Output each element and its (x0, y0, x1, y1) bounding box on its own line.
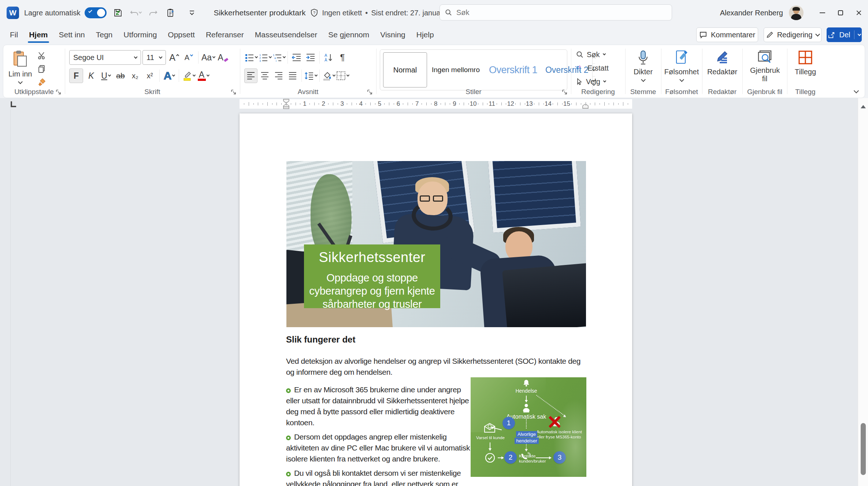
undo-button[interactable] (129, 7, 142, 19)
sensitivity-status[interactable]: ? Ingen etikett • Sist endret: 27. janua… (310, 8, 449, 17)
superscript-button[interactable]: x² (143, 68, 156, 83)
pencil-icon (766, 31, 774, 39)
change-case-button[interactable]: Aa (201, 50, 215, 65)
dialog-launcher-icon[interactable] (367, 89, 373, 95)
bullet-item: Du vil også bli kontaktet dersom vi ser … (286, 468, 471, 486)
justify-button[interactable] (286, 68, 299, 83)
font-color-button[interactable]: A (197, 68, 210, 83)
paste-special-button[interactable] (164, 7, 177, 19)
sensitivity-button[interactable]: Følsomhet (661, 45, 702, 88)
autosave-toggle[interactable] (85, 7, 107, 18)
tab-masseutsendelser[interactable]: Masseutsendelser (249, 26, 323, 44)
underline-button[interactable]: U (99, 68, 112, 83)
comments-button[interactable]: Kommentarer (696, 27, 758, 42)
arrow-right (498, 457, 503, 458)
tab-selector[interactable] (10, 100, 18, 108)
cut-button[interactable] (36, 50, 48, 61)
bullet-list-button[interactable] (244, 50, 257, 65)
text-effects-button[interactable]: A (163, 68, 176, 83)
multilevel-list-button[interactable]: 1ai (272, 50, 285, 65)
font-color-stack: A (198, 71, 206, 81)
paste-button[interactable]: Lim inn (8, 49, 32, 92)
document-canvas[interactable]: Sikkerhetssenter Oppdage og stoppe cyber… (0, 110, 858, 486)
tab-sett-inn[interactable]: Sett inn (53, 26, 90, 44)
user-avatar[interactable] (789, 5, 804, 20)
bold-button[interactable]: F (69, 68, 83, 83)
tab-hjem[interactable]: Hjem (23, 26, 53, 44)
style-normal[interactable]: Normal (383, 52, 427, 87)
tab-referanser[interactable]: Referanser (200, 26, 249, 44)
style-no-spacing[interactable]: Ingen mellomro (427, 66, 485, 74)
close-button[interactable] (850, 4, 868, 22)
svg-text:Å: Å (324, 58, 327, 62)
search-input[interactable] (456, 8, 667, 17)
show-formatting-button[interactable]: ¶ (336, 50, 349, 65)
highlight-button[interactable] (182, 68, 195, 83)
grow-font-button[interactable]: A (167, 50, 181, 65)
dictate-button[interactable]: Dikter (625, 45, 661, 88)
tab-visning[interactable]: Visning (375, 26, 411, 44)
strikethrough-button[interactable]: ab (114, 68, 127, 83)
hero-photo[interactable]: Sikkerhetssenter Oppdage og stoppe cyber… (286, 161, 586, 327)
decrease-indent-button[interactable] (290, 50, 303, 65)
document-page[interactable]: Sikkerhetssenter Oppdage og stoppe cyber… (240, 113, 632, 486)
minimize-button[interactable] (813, 4, 831, 22)
chevron-down-icon (108, 74, 111, 76)
dialog-launcher-icon[interactable] (231, 89, 237, 95)
microphone-icon (637, 50, 649, 65)
tab-fil[interactable]: Fil (4, 26, 23, 44)
align-center-button[interactable] (258, 68, 271, 83)
style-heading1[interactable]: Overskrift 1 (485, 64, 542, 76)
search-bar[interactable] (439, 4, 672, 20)
bullet-item: Er en av Microsoft 365 brukerne dine und… (286, 384, 471, 428)
share-button[interactable]: Del (827, 27, 862, 42)
chevron-down-icon (212, 55, 215, 58)
editor-button[interactable]: Redaktør (702, 45, 742, 88)
comment-icon (699, 31, 707, 39)
find-button[interactable]: Søk (576, 49, 625, 60)
maximize-button[interactable] (831, 4, 850, 22)
font-name-select[interactable]: Segoe UI (69, 50, 141, 65)
addins-button[interactable]: Tillegg (787, 45, 824, 88)
shading-button[interactable] (322, 68, 335, 83)
ruler-band[interactable]: 123456789101112131415 (240, 99, 632, 109)
tab-oppsett[interactable]: Oppsett (162, 26, 200, 44)
dialog-launcher-icon[interactable] (562, 89, 568, 95)
borders-button[interactable] (336, 68, 349, 83)
format-painter-button[interactable] (36, 76, 48, 87)
select-button[interactable]: Velg (576, 76, 625, 87)
italic-button[interactable]: K (85, 68, 98, 83)
subscript-letters: x₂ (132, 72, 138, 80)
font-size-select[interactable]: 11 (142, 50, 166, 65)
vertical-scrollbar[interactable] (858, 98, 868, 486)
sort-button[interactable]: AÅ (322, 50, 335, 65)
scrollbar-thumb[interactable] (861, 423, 866, 475)
tab-hjelp[interactable]: Hjelp (411, 26, 439, 44)
shrink-font-button[interactable]: A (182, 50, 195, 65)
numbered-list-button[interactable]: 123 (258, 50, 271, 65)
tab-tegn[interactable]: Tegn (90, 26, 118, 44)
editing-mode-button[interactable]: Redigering (764, 27, 821, 42)
increase-indent-button[interactable] (304, 50, 317, 65)
line-spacing-icon (304, 71, 314, 80)
process-diagram[interactable]: Hendelse Automatisk sak Automatisk isole… (471, 377, 586, 477)
copy-button[interactable] (36, 63, 48, 74)
tab-se-gjennom[interactable]: Se gjennom (323, 26, 375, 44)
collapse-ribbon-button[interactable] (854, 88, 859, 93)
replace-button[interactable]: bc Erstatt (576, 62, 625, 74)
subscript-button[interactable]: x₂ (129, 68, 142, 83)
save-button[interactable] (112, 7, 124, 19)
redo-button[interactable] (147, 7, 159, 19)
align-right-button[interactable] (272, 68, 285, 83)
user-name[interactable]: Alexander Renberg (720, 9, 783, 17)
align-left-button[interactable] (244, 68, 257, 83)
dialog-launcher-icon[interactable] (56, 89, 62, 95)
scroll-up-arrow[interactable] (861, 102, 866, 108)
tab-utforming[interactable]: Utforming (118, 26, 162, 44)
clear-formatting-button[interactable]: A (216, 50, 230, 65)
word-app-icon[interactable]: W (7, 7, 19, 19)
customize-qat-button[interactable] (186, 7, 198, 19)
reuse-files-button[interactable]: Gjenbruk fil (742, 45, 787, 88)
line-spacing-button[interactable] (304, 68, 317, 83)
document-title[interactable]: Sikkerhetsenter produktark (214, 8, 305, 17)
